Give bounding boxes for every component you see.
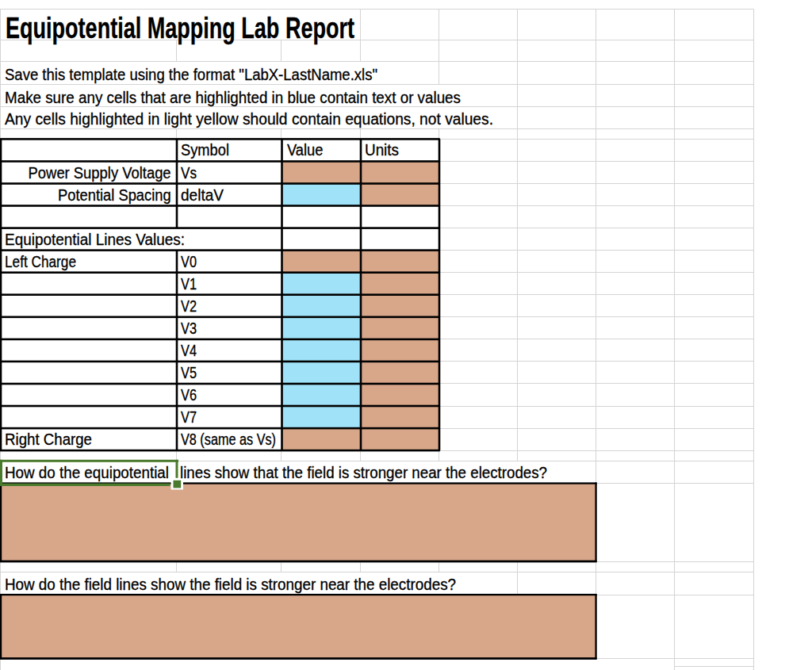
svg-text:deltaV: deltaV bbox=[181, 186, 224, 204]
svg-text:Right Charge: Right Charge bbox=[5, 430, 92, 448]
svg-text:Any cells highlighted in light: Any cells highlighted in light yellow sh… bbox=[5, 109, 493, 128]
svg-text:Make sure any cells that are h: Make sure any cells that are highlighted… bbox=[5, 88, 461, 106]
svg-text:Equipotential Lines Values:: Equipotential Lines Values: bbox=[5, 230, 185, 248]
svg-text:V6: V6 bbox=[181, 385, 197, 404]
svg-text:V0: V0 bbox=[181, 252, 197, 270]
svg-text:Potential Spacing: Potential Spacing bbox=[58, 186, 171, 204]
svg-text:Equipotential Mapping Lab Repo: Equipotential Mapping Lab Report bbox=[6, 12, 354, 44]
svg-text:Save this template using the f: Save this template using the format "Lab… bbox=[5, 65, 377, 83]
svg-text:V3: V3 bbox=[181, 319, 197, 337]
svg-text:lines show that the field is s: lines show that the field is stronger ne… bbox=[180, 463, 547, 481]
svg-text:Value: Value bbox=[287, 140, 324, 159]
svg-text:Power Supply Voltage: Power Supply Voltage bbox=[29, 163, 171, 182]
svg-text:V8 (same as Vs): V8 (same as Vs) bbox=[181, 430, 276, 448]
svg-text:V7: V7 bbox=[181, 408, 197, 426]
svg-text:V2: V2 bbox=[181, 297, 197, 315]
svg-text:Units: Units bbox=[365, 140, 399, 159]
svg-text:V1: V1 bbox=[181, 274, 197, 293]
svg-text:V4: V4 bbox=[181, 341, 197, 359]
svg-text:How do the field lines show th: How do the field lines show the field is… bbox=[5, 575, 456, 593]
svg-text:Symbol: Symbol bbox=[181, 140, 229, 159]
svg-text:Left Charge: Left Charge bbox=[5, 252, 76, 270]
svg-text:How do the equipotential: How do the equipotential bbox=[5, 463, 169, 481]
svg-text:V5: V5 bbox=[181, 363, 197, 381]
svg-text:Vs: Vs bbox=[181, 163, 197, 182]
